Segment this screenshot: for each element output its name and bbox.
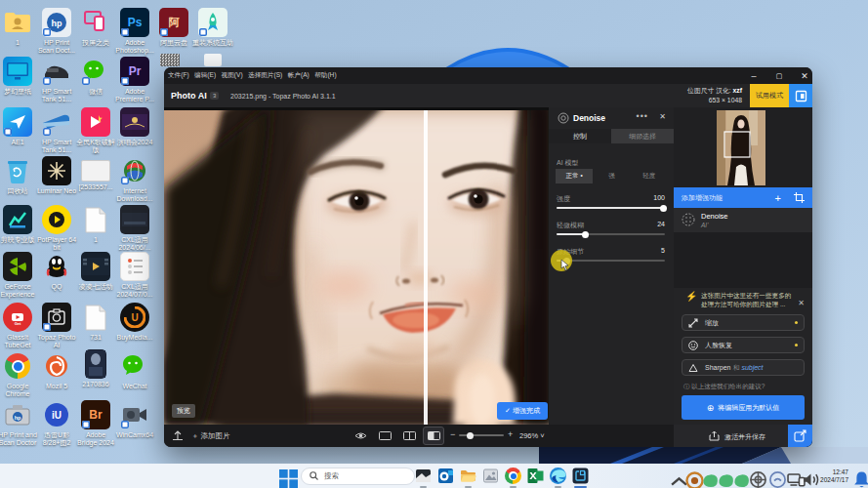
svg-text:hp: hp — [15, 415, 21, 421]
svg-text:iU: iU — [52, 410, 62, 421]
svg-text:Get: Get — [15, 321, 21, 326]
svg-text:U: U — [131, 312, 138, 323]
svg-text:hp: hp — [52, 19, 62, 28]
